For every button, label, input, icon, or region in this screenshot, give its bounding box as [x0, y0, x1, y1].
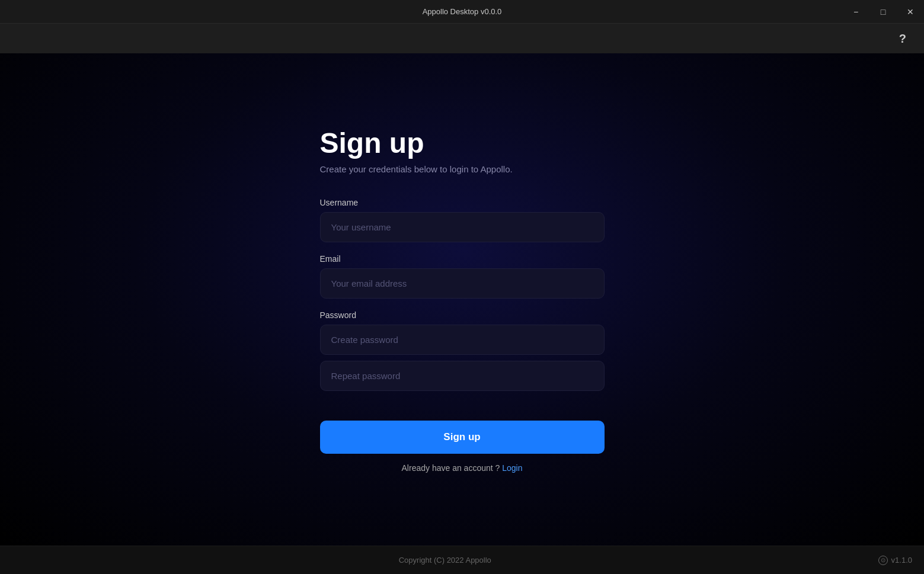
close-button[interactable]: ✕ — [897, 0, 924, 24]
footer: Copyright (C) 2022 Appollo ⊙ v1.1.0 — [0, 546, 924, 574]
username-input[interactable] — [320, 212, 605, 242]
username-label: Username — [320, 198, 605, 207]
toolbar: ? — [0, 24, 924, 53]
app-title: Appollo Desktop v0.0.0 — [423, 7, 502, 16]
page-subtitle: Create your credentials below to login t… — [320, 164, 605, 174]
version-icon: ⊙ — [878, 556, 888, 565]
already-account-text: Already have an account ? — [402, 463, 500, 473]
password-inputs-container — [320, 325, 605, 391]
create-password-input[interactable] — [320, 325, 605, 355]
signup-button[interactable]: Sign up — [320, 421, 605, 454]
email-label: Email — [320, 254, 605, 264]
password-label: Password — [320, 310, 605, 320]
title-bar: Appollo Desktop v0.0.0 − □ ✕ — [0, 0, 924, 24]
page-title: Sign up — [320, 127, 605, 159]
window-controls: − □ ✕ — [842, 0, 924, 23]
help-button[interactable]: ? — [893, 30, 912, 48]
version-container: ⊙ v1.1.0 — [878, 556, 912, 565]
signup-form-container: Sign up Create your credentials below to… — [320, 127, 605, 473]
login-link[interactable]: Login — [502, 463, 522, 473]
email-input[interactable] — [320, 268, 605, 299]
repeat-password-input[interactable] — [320, 361, 605, 391]
username-field-group: Username — [320, 198, 605, 242]
minimize-button[interactable]: − — [842, 0, 869, 24]
password-field-group: Password — [320, 310, 605, 391]
main-content: Sign up Create your credentials below to… — [0, 53, 924, 546]
version-text: v1.1.0 — [891, 556, 912, 565]
maximize-button[interactable]: □ — [869, 0, 897, 24]
email-field-group: Email — [320, 254, 605, 299]
already-account-section: Already have an account ? Login — [320, 463, 605, 473]
copyright-text: Copyright (C) 2022 Appollo — [399, 556, 491, 565]
